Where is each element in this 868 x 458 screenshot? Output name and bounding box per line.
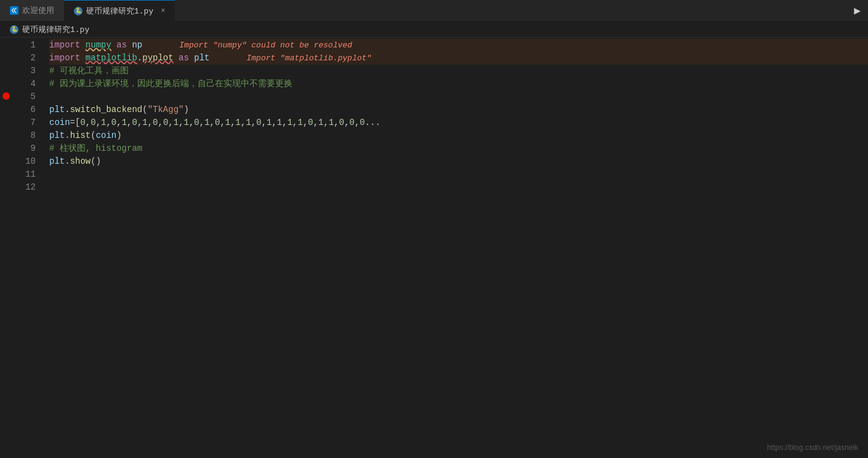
code-token: ... bbox=[365, 116, 380, 129]
code-token: 0 bbox=[132, 116, 137, 129]
breakpoint-dot bbox=[2, 92, 10, 100]
breadcrumb: 🐍 硬币规律研究1.py bbox=[0, 22, 868, 38]
code-line: import numpy as np Import "numpy" could … bbox=[49, 39, 868, 52]
breadcrumb-python-icon: 🐍 bbox=[10, 25, 18, 34]
code-token: coin bbox=[49, 116, 70, 129]
code-token: 1 bbox=[297, 116, 302, 129]
code-token: 1 bbox=[318, 116, 323, 129]
code-token: numpy bbox=[86, 39, 111, 52]
code-token: 0 bbox=[339, 116, 344, 129]
code-token: 0 bbox=[215, 116, 220, 129]
code-token: . bbox=[137, 52, 142, 65]
code-token: , bbox=[148, 116, 153, 129]
code-token: , bbox=[86, 116, 90, 129]
python-icon: 🐍 bbox=[74, 7, 82, 15]
line-number: 11 bbox=[12, 168, 36, 181]
code-token: 0 bbox=[308, 116, 313, 129]
breakpoint-row bbox=[0, 167, 12, 180]
code-token: . bbox=[65, 103, 70, 116]
code-line bbox=[49, 168, 868, 181]
line-number: 5 bbox=[12, 90, 36, 103]
line-number: 4 bbox=[12, 78, 36, 90]
watermark: https://blog.csdn.net/jasneik bbox=[767, 443, 858, 452]
code-line: # 可视化工具，画图 bbox=[49, 65, 868, 78]
code-line bbox=[49, 181, 868, 194]
code-token: import bbox=[49, 39, 80, 52]
code-token: plt bbox=[194, 52, 209, 65]
code-token: , bbox=[324, 116, 329, 129]
vscode-icon bbox=[10, 6, 18, 15]
code-token: import bbox=[49, 52, 80, 65]
code-token: as bbox=[116, 39, 127, 52]
code-line: # 柱状图, histogram bbox=[49, 142, 868, 155]
error-message: Import "matplotlib.pyplot" bbox=[247, 52, 372, 65]
code-token: , bbox=[137, 116, 142, 129]
code-token: , bbox=[106, 116, 111, 129]
code-token: 0 bbox=[111, 116, 116, 129]
breakpoint-row bbox=[0, 128, 12, 141]
code-token: as bbox=[179, 52, 189, 65]
code-token: = bbox=[70, 116, 75, 129]
code-token: , bbox=[303, 116, 308, 129]
code-token: 1 bbox=[122, 116, 127, 129]
code-line bbox=[49, 90, 868, 103]
code-token: , bbox=[262, 116, 267, 129]
editor: 123456789101112 import numpy as np Impor… bbox=[0, 38, 868, 458]
line-number: 8 bbox=[12, 129, 36, 142]
line-number: 3 bbox=[12, 65, 36, 78]
code-token: 0 bbox=[360, 116, 364, 129]
tab-bar: 欢迎使用 🐍 硬币规律研究1.py × ▶ bbox=[0, 0, 868, 22]
code-token: , bbox=[127, 116, 132, 129]
code-token: 1 bbox=[184, 116, 189, 129]
code-token: , bbox=[230, 116, 235, 129]
breakpoint-row bbox=[0, 63, 12, 76]
code-token: 1 bbox=[236, 116, 241, 129]
code-token: 1 bbox=[142, 116, 147, 129]
breadcrumb-file: 硬币规律研究1.py bbox=[22, 24, 89, 35]
line-numbers: 123456789101112 bbox=[12, 38, 43, 458]
code-token: # 柱状图, histogram bbox=[49, 142, 142, 155]
code-token: , bbox=[96, 116, 101, 129]
code-token: 1 bbox=[277, 116, 282, 129]
breakpoint-row bbox=[0, 102, 12, 115]
code-token: , bbox=[292, 116, 297, 129]
code-token: 0 bbox=[350, 116, 355, 129]
code-token: 0 bbox=[153, 116, 158, 129]
code-token: hist bbox=[70, 129, 91, 142]
code-token: () bbox=[90, 155, 101, 168]
code-token: , bbox=[220, 116, 225, 129]
breakpoint-row bbox=[0, 38, 12, 50]
code-line: coin = [0,0,1,0,1,0,1,0,0,1,1,0,1,0,1,1,… bbox=[49, 116, 868, 129]
code-token: ( bbox=[90, 129, 95, 142]
code-line: plt.switch_backend("TkAgg") bbox=[49, 103, 868, 116]
code-token: 1 bbox=[204, 116, 209, 129]
code-token: [ bbox=[75, 116, 80, 129]
code-token: ( bbox=[142, 103, 147, 116]
code-token: show bbox=[70, 155, 91, 168]
code-token: 1 bbox=[267, 116, 271, 129]
tab-close-button[interactable]: × bbox=[161, 7, 165, 15]
code-token: plt bbox=[49, 129, 65, 142]
code-token: , bbox=[241, 116, 246, 129]
code-token: , bbox=[199, 116, 204, 129]
line-number: 9 bbox=[12, 142, 36, 155]
code-token: , bbox=[251, 116, 256, 129]
tab-welcome[interactable]: 欢迎使用 bbox=[0, 0, 64, 21]
code-line: # 因为课上录课环境，因此更换后端，自己在实现中不需要更换 bbox=[49, 78, 868, 90]
tab-active-file[interactable]: 🐍 硬币规律研究1.py × bbox=[64, 0, 175, 21]
code-token: 1 bbox=[246, 116, 251, 129]
code-line: plt.hist(coin) bbox=[49, 129, 868, 142]
code-token: np bbox=[132, 39, 142, 52]
code-token: pyplot bbox=[142, 52, 173, 65]
code-token: 1 bbox=[287, 116, 292, 129]
code-token: plt bbox=[49, 103, 65, 116]
code-token: , bbox=[344, 116, 349, 129]
tab-welcome-label: 欢迎使用 bbox=[22, 5, 54, 16]
code-token: 1 bbox=[225, 116, 230, 129]
run-button[interactable]: ▶ bbox=[854, 4, 861, 17]
code-token: switch_backend bbox=[70, 103, 143, 116]
code-token: coin bbox=[96, 129, 117, 142]
code-token: , bbox=[158, 116, 163, 129]
breakpoint-row bbox=[0, 141, 12, 154]
line-number: 10 bbox=[12, 155, 36, 168]
